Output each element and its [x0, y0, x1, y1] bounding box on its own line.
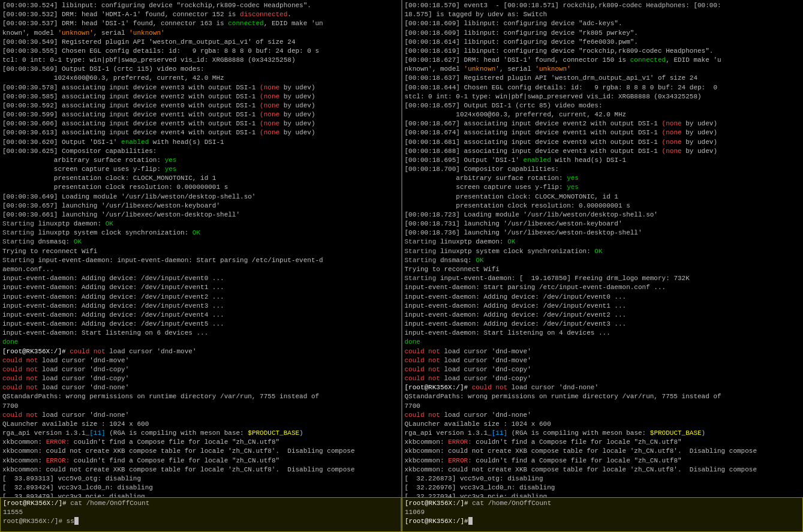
terminal-line: rga_api version 1.3.1_[11] (RGA is compi… — [405, 429, 801, 438]
terminal-line: presentation clock resolution: 0.0000000… — [2, 183, 399, 192]
terminal-line: Trying to reconnect Wifi — [2, 247, 399, 256]
terminal-line: [00:00:18.570] event3 - [00:00:18.571] r… — [405, 1, 801, 10]
terminal-line: [root@RK356X:/]# could not load cursor '… — [405, 383, 801, 392]
terminal-line: input-event-daemon: Adding device: /dev/… — [2, 311, 399, 320]
terminal-line: [00:00:30.585] associating input device … — [2, 92, 399, 101]
terminal-line: done — [405, 338, 801, 347]
terminal-line: stcl: 0 int: 0-1 type: win|pbf|swap_pres… — [405, 92, 801, 101]
terminal-line: [00:00:18.609] libinput: configuring dev… — [405, 29, 801, 38]
terminal-line: [root@RK356X:/]# could not load cursor '… — [2, 347, 399, 356]
terminal-line: Starting dnsmasq: OK — [405, 256, 801, 265]
terminal-line: [00:00:30.625] Compositor capabilities: — [2, 147, 399, 156]
terminal-line: xkbcommon: ERROR: couldn't find a Compos… — [2, 438, 399, 447]
terminal-line: xkbcommon: ERROR: couldn't find a Compos… — [405, 438, 801, 447]
terminal-line: could not load cursor 'dnd-copy' — [2, 374, 399, 383]
terminal-line: xkbcommon: ERROR: couldn't find a Compos… — [405, 456, 801, 465]
right-terminal[interactable]: [00:00:18.570] event3 - [00:00:18.571] r… — [402, 0, 804, 497]
terminal-line: Trying to reconnect Wifi — [405, 265, 801, 274]
bottom-line: [root@RK356X:/]# cat /home/OnOffCount — [3, 499, 398, 508]
cursor — [74, 517, 79, 525]
terminal-line: [00:00:30.657] launching '/usr/libexec/w… — [2, 202, 399, 211]
terminal-line: QLauncher available size : 1024 x 600 — [2, 420, 399, 429]
terminal-line: xkbcommon: could not create XKB compose … — [405, 447, 801, 456]
bottom-bar: [root@RK356X:/]# cat /home/OnOffCount115… — [0, 497, 803, 532]
terminal-line: [00:00:30.606] associating input device … — [2, 119, 399, 128]
terminal-line: xkbcommon: could not create XKB compose … — [2, 447, 399, 456]
terminal-line: Starting input-event-daemon: [ 19.167850… — [405, 274, 801, 283]
terminal-line: presentation clock resolution: 0.0000000… — [405, 202, 801, 211]
terminal-line: screen capture uses y-flip: yes — [2, 165, 399, 174]
terminal-line: presentation clock: CLOCK_MONOTONIC, id … — [405, 193, 801, 202]
terminal-line: input-event-daemon: Adding device: /dev/… — [2, 302, 399, 311]
terminal-line: input-event-daemon: Start listening on 6… — [2, 329, 399, 338]
terminal-line: could not load cursor 'dnd-none' — [2, 411, 399, 420]
terminal-line: input-event-daemon: Start parsing /etc/i… — [405, 283, 801, 292]
terminal-line: QStandardPaths: wrong permissions on run… — [405, 392, 801, 401]
terminal-line: [00:00:18.700] Compositor capabilities: — [405, 165, 801, 174]
terminal-container: [00:00:30.524] libinput: configuring dev… — [0, 0, 803, 497]
terminal-line: [ 33.893313] vcc5v0_otg: disabling — [2, 474, 399, 483]
terminal-line: [00:00:30.537] DRM: head 'DSI-1' found, … — [2, 19, 399, 28]
terminal-line: [00:00:18.723] Loading module '/usr/lib/… — [405, 211, 801, 220]
terminal-line: input-event-daemon: Adding device: /dev/… — [405, 320, 801, 329]
terminal-line: [ 32.227034] vcc3v3_pcie: disabling — [405, 492, 801, 497]
terminal-line: nknown', model 'unknown', serial 'unknow… — [405, 65, 801, 74]
bottom-line: 11069 — [405, 508, 800, 517]
terminal-line: [00:00:18.667] associating input device … — [405, 119, 801, 128]
right-bottom[interactable]: [root@RK356X:/]# cat /home/OnOffCount110… — [402, 497, 803, 532]
left-terminal[interactable]: [00:00:30.524] libinput: configuring dev… — [0, 0, 402, 497]
terminal-line: could not load cursor 'dnd-copy' — [405, 374, 801, 383]
terminal-line: could not load cursor 'dnd-none' — [405, 411, 801, 420]
terminal-line: [00:00:18.644] Chosen EGL config details… — [405, 83, 801, 92]
terminal-line: arbitrary surface rotation: yes — [405, 174, 801, 183]
bottom-line: 11555 — [3, 508, 398, 517]
terminal-line: could not load cursor 'dnd-move' — [405, 356, 801, 365]
terminal-line: input-event-daemon: Adding device: /dev/… — [2, 293, 399, 302]
terminal-line: [00:00:18.637] Registered plugin API 'we… — [405, 74, 801, 83]
terminal-line: [00:00:30.599] associating input device … — [2, 110, 399, 119]
terminal-line: Starting dnsmasq: OK — [2, 238, 399, 247]
terminal-line: [00:00:18.731] launching '/usr/libexec/w… — [405, 220, 801, 229]
terminal-line: Starting linuxptp system clock synchroni… — [405, 247, 801, 256]
terminal-line: [ 32.226976] vcc3v3_lcd0_n: disabling — [405, 483, 801, 492]
terminal-line: xkbcommon: ERROR: couldn't find a Compos… — [2, 456, 399, 465]
terminal-line: [00:00:30.649] Loading module '/usr/lib/… — [2, 193, 399, 202]
terminal-line: input-event-daemon: Adding device: /dev/… — [405, 311, 801, 320]
terminal-line: could not load cursor 'dnd-move' — [405, 347, 801, 356]
terminal-line: [00:00:18.619] libinput: configuring dev… — [405, 47, 801, 56]
terminal-line: [00:00:18.627] DRM: head 'DSI-1' found, … — [405, 56, 801, 65]
left-bottom[interactable]: [root@RK356X:/]# cat /home/OnOffCount115… — [0, 497, 402, 532]
terminal-line: 18.575] is tagged by udev as: Switch — [405, 10, 801, 19]
terminal-line: aemon.conf... — [2, 265, 399, 274]
terminal-line: xkbcommon: could not create XKB compose … — [405, 465, 801, 474]
terminal-line: QStandardPaths: wrong permissions on run… — [2, 392, 399, 401]
terminal-line: could not load cursor 'dnd-copy' — [405, 365, 801, 374]
terminal-line: input-event-daemon: Adding device: /dev/… — [2, 274, 399, 283]
terminal-line: [00:00:18.681] associating input device … — [405, 138, 801, 147]
terminal-line: known', model 'unknown', serial 'unknown… — [2, 29, 399, 38]
terminal-line: [ 32.893424] vcc3v3_lcd0_n: disabling — [2, 483, 399, 492]
terminal-line: could not load cursor 'dnd-copy' — [2, 365, 399, 374]
bottom-line: [root@RK356X:/]# cat /home/OnOffCount — [405, 499, 800, 508]
terminal-line: input-event-daemon: Adding device: /dev/… — [2, 320, 399, 329]
terminal-line: input-event-daemon: Adding device: /dev/… — [405, 293, 801, 302]
terminal-line: [00:00:30.613] associating input device … — [2, 128, 399, 137]
terminal-line: Starting linuxptp daemon: OK — [405, 238, 801, 247]
terminal-line: [00:00:18.688] associating input device … — [405, 147, 801, 156]
terminal-line: screen capture uses y-flip: yes — [405, 183, 801, 192]
terminal-line: 7700 — [405, 402, 801, 411]
terminal-line: tcl: 0 int: 0-1 type: win|pbf|swap_prese… — [2, 56, 399, 65]
terminal-line: arbitrary surface rotation: yes — [2, 156, 399, 165]
terminal-line: Starting linuxptp daemon: OK — [2, 220, 399, 229]
terminal-line: [00:00:30.555] Chosen EGL config details… — [2, 47, 399, 56]
terminal-line: [00:00:30.592] associating input device … — [2, 101, 399, 110]
terminal-line: [00:00:18.609] libinput: configuring dev… — [405, 19, 801, 28]
bottom-line: root@RK356X:/]# ss — [3, 517, 398, 526]
cursor — [468, 517, 473, 525]
terminal-line: [00:00:18.674] associating input device … — [405, 128, 801, 137]
terminal-line: [ 33.893479] vcc3v3_pcie: disabling — [2, 492, 399, 497]
terminal-line: could not load cursor 'dnd-none' — [2, 383, 399, 392]
bottom-line: [root@RK356X:/]# — [405, 517, 800, 526]
terminal-line: [00:00:18.657] Output DSI-1 (crtc 85) vi… — [405, 101, 801, 110]
terminal-line: Starting linuxptp system clock synchroni… — [2, 229, 399, 238]
